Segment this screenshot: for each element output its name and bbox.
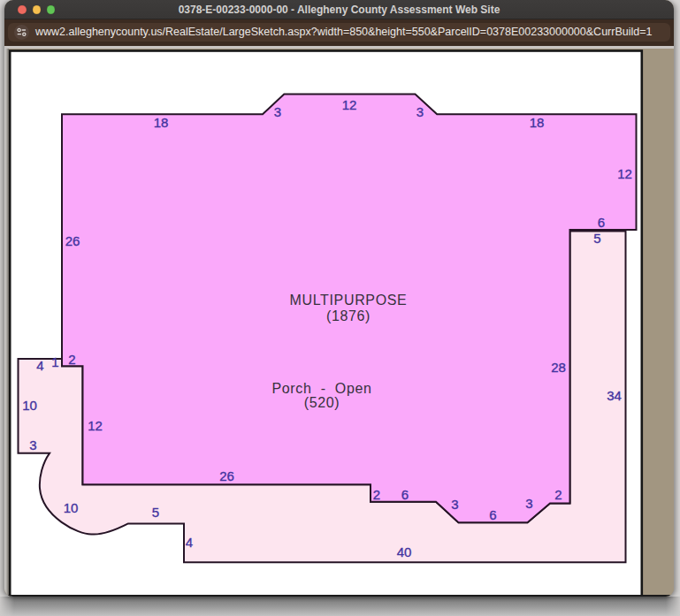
svg-text:26: 26: [219, 468, 234, 483]
svg-text:Porch - Open: Porch - Open: [271, 381, 371, 396]
svg-text:12: 12: [88, 418, 103, 433]
svg-text:18: 18: [530, 115, 545, 130]
svg-text:26: 26: [65, 233, 80, 248]
svg-text:6: 6: [489, 507, 496, 522]
svg-text:5: 5: [152, 505, 159, 520]
svg-text:2: 2: [373, 487, 380, 502]
svg-text:10: 10: [22, 398, 37, 413]
svg-text:6: 6: [401, 487, 409, 502]
svg-text:3: 3: [29, 437, 36, 452]
svg-text:2: 2: [68, 352, 75, 367]
svg-text:4: 4: [186, 535, 193, 550]
svg-text:6: 6: [598, 215, 605, 230]
svg-text:4: 4: [36, 358, 43, 373]
svg-text:40: 40: [397, 544, 412, 559]
svg-text:1: 1: [51, 354, 58, 369]
svg-text:3: 3: [416, 104, 424, 119]
svg-text:28: 28: [551, 360, 566, 375]
svg-text:(520): (520): [304, 395, 340, 410]
svg-text:34: 34: [607, 388, 622, 403]
svg-text:3: 3: [525, 496, 532, 511]
svg-text:10: 10: [64, 500, 79, 515]
svg-text:2: 2: [554, 487, 562, 502]
svg-text:MULTIPURPOSE: MULTIPURPOSE: [290, 293, 408, 308]
svg-text:18: 18: [154, 115, 169, 130]
svg-text:12: 12: [342, 97, 357, 112]
svg-text:5: 5: [593, 231, 600, 246]
svg-text:12: 12: [617, 166, 632, 181]
svg-text:3: 3: [451, 497, 458, 512]
svg-text:3: 3: [274, 104, 281, 119]
svg-text:(1876): (1876): [326, 308, 371, 323]
